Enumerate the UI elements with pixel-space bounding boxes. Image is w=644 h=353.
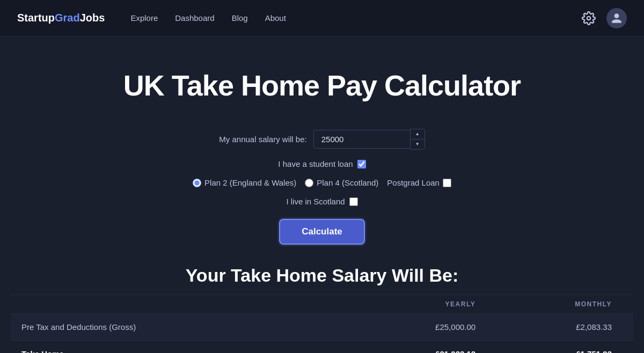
col-header-yearly: YEARLY xyxy=(353,295,497,314)
salary-label: My annual salary will be: xyxy=(219,135,306,144)
calculate-button[interactable]: Calculate xyxy=(279,219,365,245)
col-header-label xyxy=(11,295,353,314)
nav-link-explore[interactable]: Explore xyxy=(130,13,158,23)
scotland-checkbox[interactable] xyxy=(349,197,358,206)
row-label: Pre Tax and Deductions (Gross) xyxy=(11,314,353,341)
salary-input-wrapper: ▲ ▼ xyxy=(313,129,425,150)
brand-prefix: Startup xyxy=(17,12,55,24)
calculator-form: My annual salary will be: ▲ ▼ I have a s… xyxy=(11,129,633,295)
scotland-row: I live in Scotland xyxy=(286,197,357,206)
student-loan-checkbox[interactable] xyxy=(357,160,366,168)
scotland-label: I live in Scotland xyxy=(286,197,345,206)
row-label: Take Home xyxy=(11,341,353,354)
user-avatar[interactable] xyxy=(606,8,627,28)
student-loan-label: I have a student loan xyxy=(278,159,353,168)
nav-link-about[interactable]: About xyxy=(265,13,286,23)
salary-spinners: ▲ ▼ xyxy=(410,129,425,150)
plan2-radio[interactable] xyxy=(193,179,201,187)
row-monthly: £1,751.93 xyxy=(497,341,633,354)
plan4-label: Plan 4 (Scotland) xyxy=(317,178,378,187)
plan4-option: Plan 4 (Scotland) xyxy=(305,178,378,187)
brand-logo[interactable]: StartupGradJobs xyxy=(17,12,105,24)
postgrad-option: Postgrad Loan xyxy=(387,178,451,187)
svg-point-0 xyxy=(587,16,591,20)
user-icon xyxy=(611,12,623,24)
table-header-row: YEARLY MONTHLY xyxy=(11,295,633,314)
salary-decrement-button[interactable]: ▼ xyxy=(411,139,425,149)
col-header-monthly: MONTHLY xyxy=(497,295,633,314)
loan-plan-row: Plan 2 (England & Wales) Plan 4 (Scotlan… xyxy=(193,178,451,187)
postgrad-checkbox[interactable] xyxy=(443,179,451,187)
results-table-section: YEARLY MONTHLY Pre Tax and Deductions (G… xyxy=(11,295,633,353)
page-title: UK Take Home Pay Calculator xyxy=(123,69,521,102)
results-table: YEARLY MONTHLY Pre Tax and Deductions (G… xyxy=(11,295,633,353)
table-row: Take Home£21,023.12£1,751.93 xyxy=(11,341,633,354)
nav-link-dashboard[interactable]: Dashboard xyxy=(175,13,214,23)
salary-row: My annual salary will be: ▲ ▼ xyxy=(219,129,425,150)
brand-suffix: Jobs xyxy=(80,12,105,24)
student-loan-row: I have a student loan xyxy=(278,159,365,168)
nav-link-blog[interactable]: Blog xyxy=(232,13,248,23)
plan2-option: Plan 2 (England & Wales) xyxy=(193,178,296,187)
row-yearly: £25,000.00 xyxy=(353,314,497,341)
main-content: UK Take Home Pay Calculator My annual sa… xyxy=(0,36,644,353)
row-yearly: £21,023.12 xyxy=(353,341,497,354)
postgrad-label: Postgrad Loan xyxy=(387,178,440,187)
navbar: StartupGradJobs Explore Dashboard Blog A… xyxy=(0,0,644,36)
row-monthly: £2,083.33 xyxy=(497,314,633,341)
gear-icon[interactable] xyxy=(582,11,596,25)
brand-highlight: Grad xyxy=(55,12,80,24)
salary-input[interactable] xyxy=(313,130,410,149)
nav-links: Explore Dashboard Blog About xyxy=(130,13,582,23)
results-heading: Your Take Home Salary Will Be: xyxy=(186,265,459,286)
navbar-right xyxy=(582,8,627,28)
salary-increment-button[interactable]: ▲ xyxy=(411,129,425,139)
table-row: Pre Tax and Deductions (Gross)£25,000.00… xyxy=(11,314,633,341)
plan2-label: Plan 2 (England & Wales) xyxy=(204,178,296,187)
plan4-radio[interactable] xyxy=(305,179,313,187)
